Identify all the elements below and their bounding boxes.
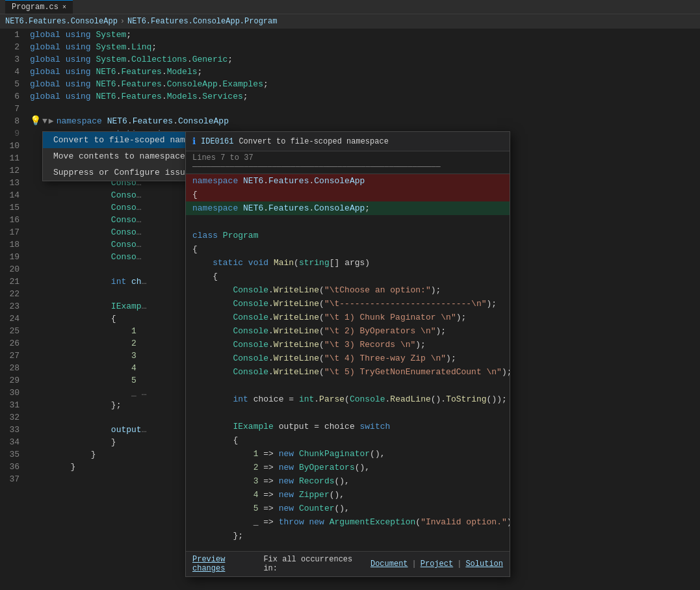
preview-footer: Preview changes Fix all occurrences in: … [186, 551, 510, 576]
diff-line-added-1: namespace NET6.Features.ConsoleApp; [186, 201, 510, 215]
diff-line-normal-16: IExample output = choice switch [186, 420, 510, 433]
preview-panel: ℹ IDE0161 Convert to file-scoped namespa… [185, 131, 510, 577]
diff-line-normal-9: Console.WriteLine("\t 2) ByOperators \n"… [186, 324, 510, 338]
info-icon: ℹ [192, 136, 196, 147]
code-line-4: global using NET6.Features.Models; [30, 66, 700, 78]
tab-close-button[interactable]: × [62, 4, 66, 11]
diff-line-normal-24: }; [186, 529, 510, 543]
menu-item-suppress-label: Suppress or Configure issues [53, 168, 195, 177]
lines-label: Lines 7 to 37 ──────────────────────────… [186, 151, 510, 174]
diff-line-normal-6: Console.WriteLine("\tChoose an option:")… [186, 283, 510, 297]
diff-line-normal-1 [186, 215, 510, 229]
solution-link[interactable]: Solution [465, 559, 503, 569]
diff-line-normal-14: int choice = int.Parse(Console.ReadLine(… [186, 392, 510, 406]
diff-line-normal-7: Console.WriteLine("\t-------------------… [186, 297, 510, 311]
breadcrumb-separator: › [120, 17, 125, 26]
code-line-5: global using NET6.Features.ConsoleApp.Ex… [30, 78, 700, 90]
code-line-3: global using System.Collections.Generic; [30, 53, 700, 66]
code-line-1: global using System; [30, 29, 700, 41]
diff-line-normal-20: 3 => new Records(), [186, 474, 510, 488]
diff-line-removed-1: namespace NET6.Features.ConsoleApp [186, 174, 510, 188]
diff-line-normal-5: { [186, 270, 510, 283]
diff-line-normal-19: 2 => new ByOperators(), [186, 461, 510, 474]
code-line-2: global using System.Linq; [30, 41, 700, 53]
diff-line-normal-17: { [186, 433, 510, 447]
editor-tab[interactable]: Program.cs × [5, 0, 73, 14]
breadcrumb-right[interactable]: NET6.Features.ConsoleApp.Program [127, 17, 277, 26]
code-line-6: global using NET6.Features.Models.Servic… [30, 90, 700, 103]
diff-line-normal-2: class Program [186, 229, 510, 242]
breadcrumb-left[interactable]: NET6.Features.ConsoleApp [5, 17, 118, 26]
diff-line-normal-12: Console.WriteLine("\t 5) TryGetNonEnumer… [186, 365, 510, 379]
project-link[interactable]: Project [421, 559, 453, 569]
preview-description: Convert to file-scoped namespace [239, 137, 388, 146]
code-line-8: 💡 ▼ ▶ namespace NET6.Features.ConsoleApp [30, 115, 700, 127]
preview-changes-link[interactable]: Preview changes [192, 555, 259, 573]
title-bar: Program.cs × [0, 0, 700, 14]
separator-2: | [457, 559, 461, 569]
tab-label: Program.cs [12, 3, 58, 12]
diff-line-normal-21: 4 => new Zipper(), [186, 488, 510, 502]
diff-line-normal-13 [186, 379, 510, 392]
preview-header: ℹ IDE0161 Convert to file-scoped namespa… [186, 132, 510, 151]
separator-1: | [412, 559, 417, 569]
menu-item-move-label: Move contents to namespace... [53, 151, 200, 161]
diff-line-normal-8: Console.WriteLine("\t 1) Chunk Paginator… [186, 311, 510, 324]
line-numbers: 1 2 3 4 5 6 7 8 9 10 11 12 13 14 15 16 1… [0, 29, 27, 590]
ide-code: IDE0161 [201, 137, 233, 146]
diff-line-normal-23: _ => throw new ArgumentException("Invali… [186, 515, 510, 529]
diff-line-normal-4: static void Main(string[] args) [186, 256, 510, 270]
diff-line-removed-2: { [186, 188, 510, 201]
diff-line-normal-3: { [186, 242, 510, 256]
document-link[interactable]: Document [370, 559, 408, 569]
diff-line-normal-25 [186, 543, 510, 551]
diff-line-normal-22: 5 => new Counter(), [186, 502, 510, 515]
lightbulb-icon[interactable]: 💡 [30, 115, 41, 127]
editor-container: 1 2 3 4 5 6 7 8 9 10 11 12 13 14 15 16 1… [0, 29, 700, 590]
diff-area: namespace NET6.Features.ConsoleApp { nam… [186, 174, 510, 551]
breadcrumb-bar: NET6.Features.ConsoleApp › NET6.Features… [0, 14, 700, 29]
diff-line-normal-18: 1 => new ChunkPaginator(), [186, 447, 510, 461]
diff-line-normal-15 [186, 406, 510, 420]
diff-line-normal-11: Console.WriteLine("\t 4) Three-way Zip \… [186, 352, 510, 365]
fix-label: Fix all occurrences in: [263, 555, 367, 573]
code-line-7 [30, 103, 700, 115]
diff-line-normal-10: Console.WriteLine("\t 3) Records \n"); [186, 338, 510, 352]
